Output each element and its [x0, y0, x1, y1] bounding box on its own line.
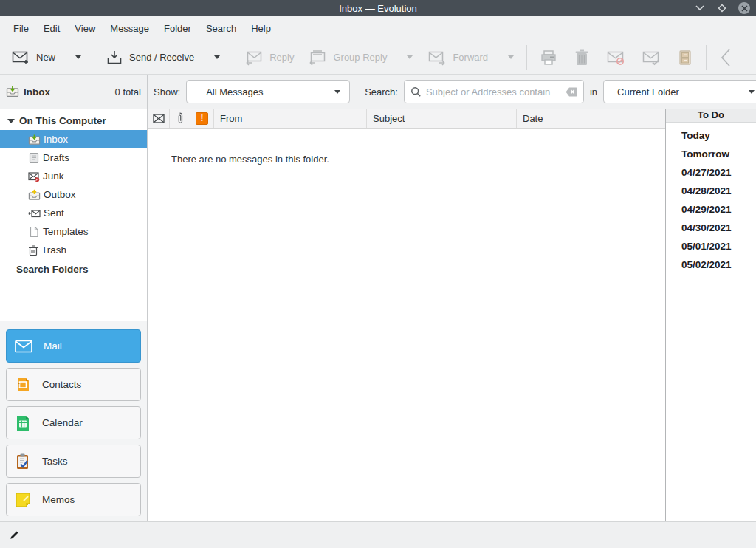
not-junk-button[interactable] [633, 44, 669, 71]
maximize-icon[interactable] [716, 2, 728, 14]
empty-folder-message: There are no messages in this folder. [148, 129, 665, 165]
sidebar-item-outbox[interactable]: Outbox [0, 185, 147, 204]
sidebar-item-inbox[interactable]: Inbox [0, 130, 147, 148]
column-attachment[interactable] [170, 109, 190, 128]
window-title: Inbox — Evolution [0, 3, 756, 14]
message-list[interactable]: There are no messages in this folder. [148, 129, 665, 459]
memos-icon [14, 491, 32, 509]
forward-button[interactable]: Forward [421, 45, 495, 70]
todo-item-tomorrow[interactable]: Tomorrow [666, 145, 756, 163]
menu-folder[interactable]: Folder [157, 20, 199, 37]
tasks-icon [14, 453, 32, 470]
menu-edit[interactable]: Edit [36, 20, 67, 37]
folder-header: Inbox 0 total [0, 75, 148, 109]
filter-bar: Inbox 0 total Show: All Messages Search:… [0, 75, 756, 109]
important-icon: ! [196, 112, 208, 125]
sidebar-item-sent[interactable]: Sent [0, 204, 147, 222]
window-controls [694, 2, 756, 14]
paperclip-icon [176, 112, 183, 124]
new-dropdown-button[interactable] [63, 51, 89, 64]
minimize-icon[interactable] [694, 2, 706, 14]
new-button[interactable]: New [4, 45, 63, 70]
templates-icon [28, 226, 40, 238]
search-label: Search: [365, 86, 398, 97]
back-button[interactable] [711, 43, 740, 72]
sidebar: On This Computer Inbox Drafts Junk [0, 109, 148, 521]
send-receive-button[interactable]: Send / Receive [99, 45, 202, 70]
todo-item-date[interactable]: 05/02/2021 [666, 256, 756, 274]
trash-folder-icon [28, 244, 38, 256]
menu-file[interactable]: File [6, 20, 36, 37]
toolbar: New Send / Receive Reply Group Reply For… [0, 41, 756, 75]
menu-view[interactable]: View [67, 20, 103, 37]
calendar-icon [14, 414, 32, 432]
message-area: ! From Subject Date There are no message… [148, 109, 665, 521]
envelope-icon [153, 114, 165, 123]
reply-button[interactable]: Reply [238, 45, 301, 70]
print-icon [540, 49, 557, 66]
forward-dropdown-button[interactable] [495, 51, 522, 64]
column-important[interactable]: ! [190, 109, 214, 128]
menu-message[interactable]: Message [103, 20, 157, 37]
sidebar-item-templates[interactable]: Templates [0, 222, 147, 241]
chevron-down-icon [334, 90, 340, 94]
inbox-icon [6, 86, 19, 97]
archive-icon [677, 49, 693, 66]
column-from[interactable]: From [214, 109, 367, 128]
preview-pane [148, 459, 665, 521]
group-reply-button[interactable]: Group Reply [301, 45, 394, 70]
expander-icon[interactable] [7, 119, 15, 123]
not-junk-mail-icon [642, 49, 661, 66]
switcher-tasks-button[interactable]: Tasks [6, 445, 141, 478]
sidebar-item-junk[interactable]: Junk [0, 167, 147, 185]
todo-list: Today Tomorrow 04/27/2021 04/28/2021 04/… [666, 123, 756, 274]
sidebar-item-trash[interactable]: Trash [0, 241, 147, 259]
junk-button[interactable] [598, 44, 633, 71]
account-row[interactable]: On This Computer [0, 112, 147, 130]
todo-item-date[interactable]: 04/29/2021 [666, 200, 756, 219]
todo-item-date[interactable]: 05/01/2021 [666, 237, 756, 256]
search-folders-heading[interactable]: Search Folders [0, 259, 147, 278]
search-box [404, 80, 584, 103]
search-icon [410, 86, 422, 97]
todo-item-date[interactable]: 04/27/2021 [666, 163, 756, 182]
todo-item-date[interactable]: 04/30/2021 [666, 219, 756, 237]
group-reply-icon [309, 49, 326, 66]
chevron-down-icon [75, 55, 81, 59]
delete-button[interactable] [566, 44, 598, 71]
menu-search[interactable]: Search [199, 20, 244, 37]
todo-item-today[interactable]: Today [666, 126, 756, 145]
switcher-memos-button[interactable]: Memos [6, 483, 141, 516]
column-date[interactable]: Date [517, 109, 665, 128]
chevron-down-icon [749, 90, 755, 94]
chevron-down-icon [407, 55, 413, 59]
column-subject[interactable]: Subject [367, 109, 517, 128]
titlebar: Inbox — Evolution [0, 0, 756, 16]
show-filter-dropdown[interactable]: All Messages [186, 80, 350, 103]
column-status[interactable] [148, 109, 170, 128]
archive-button[interactable] [669, 44, 701, 71]
todo-item-date[interactable]: 04/28/2021 [666, 182, 756, 200]
message-list-header: ! From Subject Date [148, 109, 665, 129]
switcher-calendar-button[interactable]: Calendar [6, 406, 141, 439]
sidebar-item-drafts[interactable]: Drafts [0, 148, 147, 167]
folder-tree: On This Computer Inbox Drafts Junk [0, 109, 147, 321]
group-reply-dropdown-button[interactable] [394, 51, 421, 64]
toolbar-separator [233, 45, 233, 70]
menu-help[interactable]: Help [244, 20, 278, 37]
menubar: File Edit View Message Folder Search Hel… [0, 16, 756, 41]
switcher-contacts-button[interactable]: Contacts [6, 368, 141, 401]
print-button[interactable] [532, 44, 566, 71]
search-input[interactable] [426, 86, 561, 97]
contacts-icon [14, 376, 32, 394]
trash-icon [574, 49, 590, 66]
close-icon[interactable] [738, 2, 750, 14]
junk-folder-icon [28, 171, 40, 182]
message-count: 0 total [115, 86, 141, 97]
switcher-mail-button[interactable]: Mail [6, 329, 141, 363]
search-scope-dropdown[interactable]: Current Folder [603, 80, 756, 103]
send-receive-dropdown-button[interactable] [202, 51, 228, 64]
todo-title: To Do [666, 109, 756, 123]
outbox-icon [28, 189, 41, 201]
clear-search-icon[interactable] [566, 87, 577, 97]
